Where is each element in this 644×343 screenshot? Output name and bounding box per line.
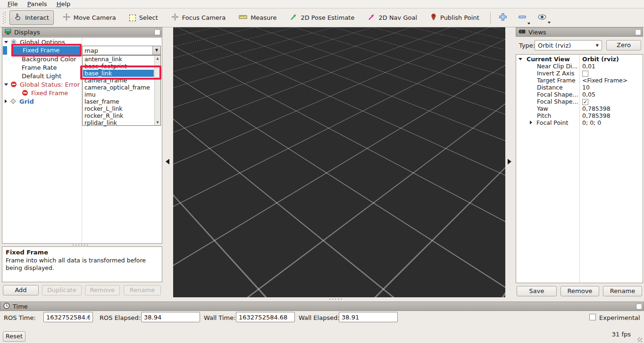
dropdown-option[interactable]: imu [83,91,154,98]
nav-goal-tool-button[interactable]: 2D Nav Goal [363,11,421,24]
dropdown-option[interactable]: rocker_L_link [83,105,154,112]
ruler-icon [239,14,247,21]
interact-tool-button[interactable]: Interact [9,10,54,25]
view-type-combobox[interactable]: Orbit (rviz) ▼ [535,40,602,50]
remove-display-button[interactable]: Remove [85,285,120,295]
add-display-button[interactable]: Add [3,285,39,295]
dropdown-option[interactable]: antenna_link [83,56,154,63]
view-prop-near-clip[interactable]: Near Clip Di... 0,01 [516,63,642,70]
dropdown-option[interactable]: base_footprint [83,63,154,70]
view-prop-focal-shape-size[interactable]: Focal Shape... 0,05 [516,91,642,98]
prop-name: Current View [527,56,590,63]
combobox-arrow-icon[interactable]: ▼ [152,46,160,55]
dropdown-option[interactable]: laser_frame [83,98,154,105]
save-view-button[interactable]: Save [517,286,557,296]
view-prop-focal-shape-fixed[interactable]: Focal Shape... ✓ [516,98,642,105]
select-tool-label: Select [139,14,158,21]
scroll-up-icon[interactable]: ▲ [155,56,160,61]
3d-viewport[interactable] [173,27,505,297]
view-prop-distance[interactable]: Distance 10 [516,84,642,91]
expander-down-icon[interactable] [4,41,8,43]
hand-icon [14,13,22,22]
dropdown-option-selected[interactable]: base_link [83,70,154,77]
toolbar: Interact Move Camera Select Focus Camera… [0,8,644,27]
prop-value[interactable]: <Fixed Frame> [582,77,642,84]
measure-tool-button[interactable]: Measure [234,12,281,24]
pose-estimate-tool-button[interactable]: 2D Pose Estimate [285,11,359,24]
view-prop-target-frame[interactable]: Target Frame <Fixed Frame> [516,77,642,84]
prop-value[interactable]: 10 [582,84,642,91]
dropdown-option[interactable]: rplidar_link [83,119,154,126]
rename-display-button[interactable]: Rename [124,285,161,295]
clock-icon [3,302,10,310]
tree-row-label: Global Status: Error [20,81,80,88]
prop-value[interactable]: 0,01 [582,63,642,70]
views-panel-header[interactable]: Views [516,27,643,37]
displays-float-button[interactable] [154,29,160,35]
grid-icon [10,98,17,105]
prop-value[interactable]: 0,785398 [582,112,642,119]
ros-time-field[interactable] [43,312,93,322]
publish-point-tool-button[interactable]: Publish Point [426,11,484,24]
expander-down-icon[interactable] [519,58,522,60]
expander-down-icon[interactable] [4,83,8,86]
collapse-left-panel-handle[interactable] [166,159,169,164]
checkbox-checked[interactable]: ✓ [582,99,588,105]
menu-help[interactable]: Help [52,0,75,8]
remove-view-button[interactable]: Remove [560,286,599,296]
dropdown-scrollbar[interactable]: ▲ ▼ [154,56,160,125]
wall-time-field[interactable] [236,312,295,322]
horizontal-splitter-handle[interactable] [329,299,343,300]
displays-icon [5,28,11,36]
time-panel-header[interactable]: Time [0,302,644,311]
dropdown-option[interactable]: camera_optical_frame [83,84,154,91]
expander-right-icon[interactable] [530,121,532,124]
error-icon [10,81,17,88]
dropdown-option[interactable]: camera_frame [83,77,154,84]
select-tool-button[interactable]: Select [125,12,162,24]
view-prop-invert-z[interactable]: Invert Z Axis [516,70,642,77]
view-prop-yaw[interactable]: Yaw 0,785398 [516,105,642,112]
gear-icon [10,39,17,45]
expander-right-icon[interactable] [5,99,7,103]
menu-file[interactable]: File [3,0,23,8]
chevron-down-icon [527,23,530,24]
view-prop-pitch[interactable]: Pitch 0,785398 [516,112,642,119]
window-resize-grip[interactable] [637,337,642,342]
ros-time-label: ROS Time: [4,314,36,321]
time-float-button[interactable] [636,303,642,310]
wall-elapsed-field[interactable] [339,312,398,322]
zero-view-button[interactable]: Zero [606,40,641,50]
collapse-right-panel-handle[interactable] [508,159,511,164]
experimental-checkbox[interactable] [589,314,596,320]
fixed-frame-combobox[interactable]: map ▼ [82,46,161,55]
prop-value[interactable]: 0,05 [582,91,642,98]
views-float-button[interactable] [635,29,641,35]
prop-value: Orbit (rviz) [582,56,642,63]
view-prop-current-view[interactable]: Current View Orbit (rviz) [516,56,642,63]
displays-panel-header[interactable]: Displays [2,27,162,37]
focus-camera-tool-button[interactable]: Focus Camera [167,11,230,24]
duplicate-display-button[interactable]: Duplicate [42,285,82,295]
panel-splitter-handle[interactable] [73,244,90,246]
view-prop-focal-point[interactable]: Focal Point 0; 0; 0 [516,119,642,126]
map-pin-icon [430,13,437,22]
tree-row-global-options[interactable]: Global Options [2,38,161,46]
dropdown-option[interactable]: rocker_R_link [83,112,154,119]
ros-elapsed-field[interactable] [141,312,200,322]
reset-time-button[interactable]: Reset [3,331,25,342]
prop-value[interactable]: 0; 0; 0 [582,119,642,126]
scroll-down-icon[interactable]: ▼ [155,120,160,125]
rename-view-button[interactable]: Rename [603,286,642,296]
tool-visibility-button[interactable] [534,12,550,24]
checkbox-unchecked[interactable] [582,71,588,77]
add-tool-button[interactable] [495,11,510,24]
prop-value[interactable]: 0,785398 [582,105,642,112]
toolbar-drag-handle[interactable] [3,12,6,24]
tree-row-label: Grid [19,98,34,105]
measure-tool-label: Measure [251,14,276,21]
move-camera-tool-button[interactable]: Move Camera [59,11,120,24]
remove-tool-button[interactable] [515,11,530,24]
menubar: File Panels Help [0,0,644,8]
menu-panels[interactable]: Panels [23,0,52,8]
